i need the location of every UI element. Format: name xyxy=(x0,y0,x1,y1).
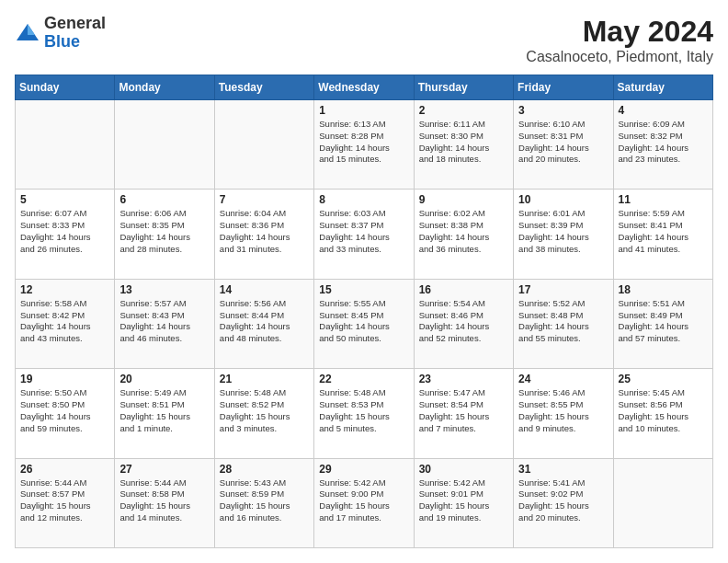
day-number: 10 xyxy=(518,193,608,206)
day-info: Sunrise: 5:42 AM Sunset: 9:01 PM Dayligh… xyxy=(419,477,508,524)
calendar-cell: 4Sunrise: 6:09 AM Sunset: 8:32 PM Daylig… xyxy=(613,100,712,190)
calendar-cell: 16Sunrise: 5:54 AM Sunset: 8:46 PM Dayli… xyxy=(414,279,513,368)
day-number: 16 xyxy=(419,283,508,296)
calendar-cell: 15Sunrise: 5:55 AM Sunset: 8:45 PM Dayli… xyxy=(314,279,414,368)
calendar-cell xyxy=(613,458,712,547)
title-block: May 2024 Casalnoceto, Piedmont, Italy xyxy=(526,15,713,65)
calendar-cell: 26Sunrise: 5:44 AM Sunset: 8:57 PM Dayli… xyxy=(16,458,115,547)
day-number: 12 xyxy=(20,283,109,296)
calendar-cell: 17Sunrise: 5:52 AM Sunset: 8:48 PM Dayli… xyxy=(514,279,613,368)
calendar-cell: 7Sunrise: 6:04 AM Sunset: 8:36 PM Daylig… xyxy=(214,190,313,279)
day-info: Sunrise: 6:04 AM Sunset: 8:36 PM Dayligh… xyxy=(220,208,309,255)
day-info: Sunrise: 6:09 AM Sunset: 8:32 PM Dayligh… xyxy=(619,119,708,166)
day-number: 3 xyxy=(518,104,608,117)
calendar-cell xyxy=(115,100,214,190)
logo-blue-text: Blue xyxy=(44,32,80,51)
day-number: 31 xyxy=(518,463,608,476)
calendar-cell: 3Sunrise: 6:10 AM Sunset: 8:31 PM Daylig… xyxy=(514,100,613,190)
day-info: Sunrise: 5:46 AM Sunset: 8:55 PM Dayligh… xyxy=(518,387,608,434)
calendar-cell: 9Sunrise: 6:02 AM Sunset: 8:38 PM Daylig… xyxy=(414,190,513,279)
week-row-4: 26Sunrise: 5:44 AM Sunset: 8:57 PM Dayli… xyxy=(16,458,713,547)
day-number: 24 xyxy=(518,373,608,385)
day-info: Sunrise: 5:44 AM Sunset: 8:58 PM Dayligh… xyxy=(119,477,209,524)
calendar-cell: 10Sunrise: 6:01 AM Sunset: 8:39 PM Dayli… xyxy=(514,190,613,279)
calendar-cell: 25Sunrise: 5:45 AM Sunset: 8:56 PM Dayli… xyxy=(613,369,712,458)
svg-marker-1 xyxy=(28,24,35,35)
day-number: 13 xyxy=(119,283,209,296)
day-info: Sunrise: 6:11 AM Sunset: 8:30 PM Dayligh… xyxy=(419,119,508,166)
calendar-cell: 31Sunrise: 5:41 AM Sunset: 9:02 PM Dayli… xyxy=(514,458,613,547)
day-info: Sunrise: 5:58 AM Sunset: 8:42 PM Dayligh… xyxy=(20,298,109,345)
calendar-cell: 14Sunrise: 5:56 AM Sunset: 8:44 PM Dayli… xyxy=(214,279,313,368)
day-number: 22 xyxy=(319,373,408,385)
day-info: Sunrise: 6:13 AM Sunset: 8:28 PM Dayligh… xyxy=(319,119,408,166)
day-number: 28 xyxy=(220,463,309,476)
calendar-table: SundayMondayTuesdayWednesdayThursdayFrid… xyxy=(15,75,713,548)
day-info: Sunrise: 5:47 AM Sunset: 8:54 PM Dayligh… xyxy=(419,387,508,434)
location: Casalnoceto, Piedmont, Italy xyxy=(526,49,713,65)
logo: General Blue xyxy=(15,15,106,52)
day-number: 18 xyxy=(619,283,708,296)
day-number: 8 xyxy=(319,193,408,206)
calendar-cell: 12Sunrise: 5:58 AM Sunset: 8:42 PM Dayli… xyxy=(16,279,115,368)
col-header-saturday: Saturday xyxy=(613,75,712,100)
day-info: Sunrise: 6:03 AM Sunset: 8:37 PM Dayligh… xyxy=(319,208,408,255)
header-row: SundayMondayTuesdayWednesdayThursdayFrid… xyxy=(16,75,713,100)
calendar-cell: 22Sunrise: 5:48 AM Sunset: 8:53 PM Dayli… xyxy=(314,369,414,458)
day-number: 2 xyxy=(419,104,508,117)
day-info: Sunrise: 5:55 AM Sunset: 8:45 PM Dayligh… xyxy=(319,298,408,345)
day-info: Sunrise: 5:59 AM Sunset: 8:41 PM Dayligh… xyxy=(619,208,708,255)
day-number: 20 xyxy=(119,373,209,385)
header: General Blue May 2024 Casalnoceto, Piedm… xyxy=(15,15,713,65)
day-number: 11 xyxy=(619,193,708,206)
day-number: 23 xyxy=(419,373,508,385)
week-row-1: 5Sunrise: 6:07 AM Sunset: 8:33 PM Daylig… xyxy=(16,190,713,279)
col-header-wednesday: Wednesday xyxy=(314,75,414,100)
day-info: Sunrise: 5:54 AM Sunset: 8:46 PM Dayligh… xyxy=(419,298,508,345)
day-number: 26 xyxy=(20,463,109,476)
col-header-sunday: Sunday xyxy=(16,75,115,100)
calendar-cell: 5Sunrise: 6:07 AM Sunset: 8:33 PM Daylig… xyxy=(16,190,115,279)
day-number: 19 xyxy=(20,373,109,385)
day-number: 25 xyxy=(619,373,708,385)
day-info: Sunrise: 6:02 AM Sunset: 8:38 PM Dayligh… xyxy=(419,208,508,255)
col-header-thursday: Thursday xyxy=(414,75,513,100)
day-number: 27 xyxy=(119,463,209,476)
day-info: Sunrise: 5:49 AM Sunset: 8:51 PM Dayligh… xyxy=(119,387,209,434)
day-number: 17 xyxy=(518,283,608,296)
day-info: Sunrise: 6:06 AM Sunset: 8:35 PM Dayligh… xyxy=(119,208,209,255)
calendar-cell xyxy=(214,100,313,190)
day-info: Sunrise: 5:42 AM Sunset: 9:00 PM Dayligh… xyxy=(319,477,408,524)
calendar-cell: 28Sunrise: 5:43 AM Sunset: 8:59 PM Dayli… xyxy=(214,458,313,547)
day-number: 6 xyxy=(119,193,209,206)
col-header-monday: Monday xyxy=(115,75,214,100)
day-number: 9 xyxy=(419,193,508,206)
day-info: Sunrise: 5:41 AM Sunset: 9:02 PM Dayligh… xyxy=(518,477,608,524)
calendar-cell: 18Sunrise: 5:51 AM Sunset: 8:49 PM Dayli… xyxy=(613,279,712,368)
day-info: Sunrise: 5:44 AM Sunset: 8:57 PM Dayligh… xyxy=(20,477,109,524)
logo-icon xyxy=(15,20,40,46)
col-header-friday: Friday xyxy=(514,75,613,100)
day-info: Sunrise: 5:56 AM Sunset: 8:44 PM Dayligh… xyxy=(220,298,309,345)
day-info: Sunrise: 5:51 AM Sunset: 8:49 PM Dayligh… xyxy=(619,298,708,345)
day-info: Sunrise: 5:50 AM Sunset: 8:50 PM Dayligh… xyxy=(20,387,109,434)
day-info: Sunrise: 5:52 AM Sunset: 8:48 PM Dayligh… xyxy=(518,298,608,345)
calendar-cell: 2Sunrise: 6:11 AM Sunset: 8:30 PM Daylig… xyxy=(414,100,513,190)
col-header-tuesday: Tuesday xyxy=(214,75,313,100)
day-info: Sunrise: 5:45 AM Sunset: 8:56 PM Dayligh… xyxy=(619,387,708,434)
logo-general-text: General xyxy=(44,14,106,32)
calendar-cell: 20Sunrise: 5:49 AM Sunset: 8:51 PM Dayli… xyxy=(115,369,214,458)
calendar-cell: 23Sunrise: 5:47 AM Sunset: 8:54 PM Dayli… xyxy=(414,369,513,458)
day-info: Sunrise: 6:07 AM Sunset: 8:33 PM Dayligh… xyxy=(20,208,109,255)
day-number: 21 xyxy=(220,373,309,385)
calendar-cell: 11Sunrise: 5:59 AM Sunset: 8:41 PM Dayli… xyxy=(613,190,712,279)
day-number: 4 xyxy=(619,104,708,117)
week-row-3: 19Sunrise: 5:50 AM Sunset: 8:50 PM Dayli… xyxy=(16,369,713,458)
calendar-cell: 24Sunrise: 5:46 AM Sunset: 8:55 PM Dayli… xyxy=(514,369,613,458)
calendar-cell: 6Sunrise: 6:06 AM Sunset: 8:35 PM Daylig… xyxy=(115,190,214,279)
day-number: 14 xyxy=(220,283,309,296)
calendar-cell xyxy=(16,100,115,190)
calendar-cell: 8Sunrise: 6:03 AM Sunset: 8:37 PM Daylig… xyxy=(314,190,414,279)
day-info: Sunrise: 6:01 AM Sunset: 8:39 PM Dayligh… xyxy=(518,208,608,255)
calendar-cell: 29Sunrise: 5:42 AM Sunset: 9:00 PM Dayli… xyxy=(314,458,414,547)
